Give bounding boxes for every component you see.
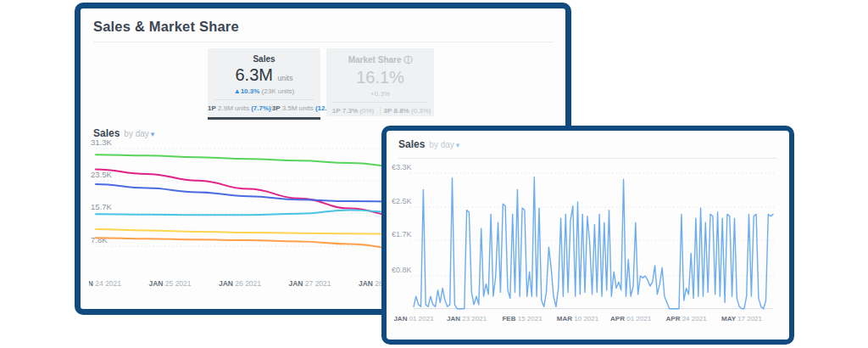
x-axis-label: JAN 25 2021	[148, 279, 191, 288]
first-party-cell: 1P 7.3% (0%)	[326, 107, 381, 115]
info-icon[interactable]: ⓘ	[403, 55, 412, 65]
x-axis-label: JAN 27 2021	[288, 279, 331, 288]
sales-stat-tab[interactable]: Sales 6.3M units ▲10.3% (23K units) 1P 2…	[208, 48, 320, 120]
y-axis-label: €3.3K	[392, 163, 412, 171]
front-chart-header: Salesby day▾	[398, 138, 459, 150]
y-axis-label: 23.5K	[91, 170, 112, 179]
market-share-stat-breakdown: 1P 7.3% (0%) 3P 8.8% (0.3%)	[326, 107, 434, 115]
market-share-stat-delta: +0.3%	[326, 90, 434, 98]
market-share-stat-value: 16.1%	[326, 68, 434, 87]
sales-by-day-spiky-chart: €3.3K€2.5K€1.7K€0.8KJAN 01 2021JAN 23 20…	[390, 163, 788, 331]
chart-title: Sales	[398, 138, 425, 150]
x-axis-label: JAN 01 2021	[393, 315, 434, 323]
stat-divider	[214, 99, 314, 100]
y-axis-label: 15.7K	[91, 202, 112, 211]
sales-by-day-card: Salesby day▾ €3.3K€2.5K€1.7K€0.8KJAN 01 …	[381, 126, 794, 345]
x-axis-label: JAN 26 2021	[219, 279, 261, 288]
sales-stat-delta: ▲10.3% (23K units)	[208, 87, 320, 95]
x-axis-label: APR 24 2021	[666, 315, 708, 323]
third-party-cell: 3P 8.8% (0.3%)	[381, 107, 434, 115]
y-axis-label: 31.3K	[91, 138, 112, 147]
x-axis-label: MAR 10 2021	[557, 315, 599, 323]
first-party-cell: 1P 2.9M units (7.7%)	[208, 104, 272, 112]
sales-line	[414, 177, 773, 309]
title-divider	[93, 42, 553, 42]
stat-divider	[333, 102, 427, 103]
y-axis-label: 7.8K	[91, 235, 108, 244]
sales-stat-unit: units	[278, 74, 293, 82]
y-axis-label: €1.7K	[392, 230, 412, 239]
page: Sales & Market Share Sales 6.3M units ▲1…	[0, 0, 868, 348]
x-axis-label: JAN 24 2021	[89, 279, 121, 288]
page-title: Sales & Market Share	[93, 19, 239, 35]
sales-stat-label: Sales	[208, 54, 320, 64]
sales-stat-value: 6.3M units	[208, 65, 320, 85]
sales-stat-breakdown: 1P 2.9M units (7.7%) 3P 3.5M units (12.6…	[208, 104, 320, 112]
delta-up-icon: ▲	[234, 87, 241, 95]
period-dropdown[interactable]: by day	[429, 140, 453, 149]
chevron-down-icon[interactable]: ▾	[456, 141, 460, 149]
market-share-stat-tab[interactable]: Market Share ⓘ 16.1% +0.3% 1P 7.3% (0%) …	[326, 48, 434, 116]
y-axis-label: €2.5K	[392, 197, 412, 205]
x-axis-label: MAY 17 2021	[721, 315, 763, 323]
x-axis-label: APR 01 2021	[610, 315, 652, 323]
y-axis-label: €0.8K	[392, 266, 412, 274]
market-share-stat-label: Market Share ⓘ	[326, 54, 434, 66]
x-axis-label: JAN 23 2021	[447, 315, 487, 323]
x-axis-label: FEB 15 2021	[502, 315, 542, 323]
header-divider	[398, 158, 777, 159]
